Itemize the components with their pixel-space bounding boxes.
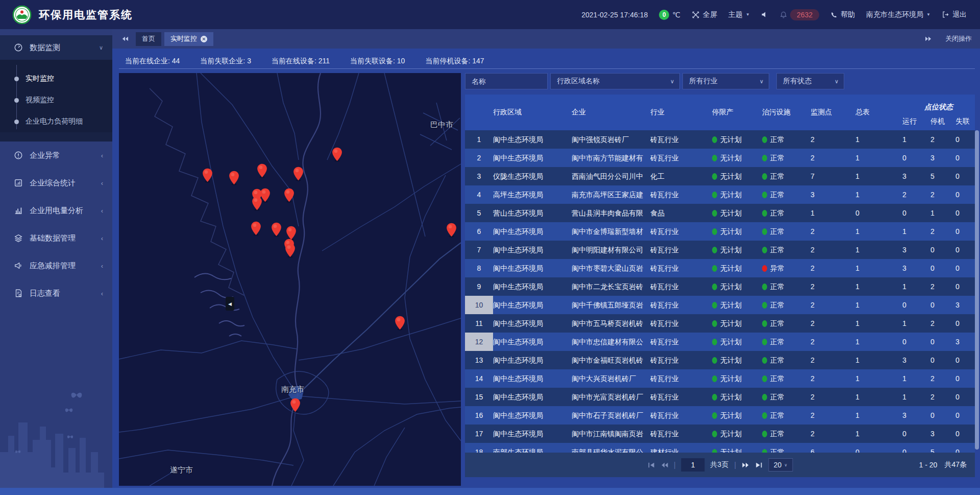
- first-page-button[interactable]: [647, 462, 655, 468]
- cell-total-meters: 1: [855, 314, 902, 333]
- map-panel[interactable]: 巴中市南充市遂宁市: [119, 73, 461, 486]
- map-pin[interactable]: [446, 223, 457, 238]
- close-operations-button[interactable]: 关闭操作: [945, 34, 972, 43]
- cell-total-meters: 1: [855, 425, 902, 443]
- logout-button[interactable]: 退出: [942, 10, 967, 19]
- status-filter-select[interactable]: 所有状态∨: [776, 73, 844, 89]
- sidebar-item-企业异常[interactable]: 企业异常‹: [0, 142, 112, 169]
- map-pin[interactable]: [290, 398, 301, 413]
- map-pin[interactable]: [202, 168, 213, 183]
- industry-filter-select[interactable]: 所有行业∨: [682, 73, 769, 89]
- sidebar-item-数据监测[interactable]: 数据监测∨: [0, 35, 112, 60]
- table-row[interactable]: 13阆中生态环境局阆中市金福旺页岩机砖砖瓦行业无计划正常21300: [465, 351, 975, 369]
- map-pin[interactable]: [285, 243, 296, 258]
- cell-region: 阆中生态环境局: [493, 333, 572, 351]
- map-pin[interactable]: [229, 171, 239, 185]
- cell-total-meters: 1: [855, 388, 902, 406]
- map-pin[interactable]: [252, 196, 262, 211]
- total-pages-label: 共3页: [710, 460, 729, 469]
- table-row[interactable]: 1阆中生态环境局阆中强锐页岩砖厂砖瓦行业无计划正常21120: [465, 130, 975, 149]
- bullet-dot-icon: [14, 120, 19, 124]
- sidebar-item-实时监控[interactable]: 实时监控: [0, 68, 112, 89]
- table-row[interactable]: 4高坪生态环境局南充市高坪区王家店建砖瓦行业无计划正常31220: [465, 185, 975, 204]
- theme-dropdown[interactable]: 主题▼: [728, 10, 750, 19]
- sidebar-item-企业用电量分析[interactable]: 企业用电量分析‹: [0, 197, 112, 224]
- close-icon[interactable]: ✕: [201, 36, 207, 42]
- table-row[interactable]: 18南部生态环境局南部县砚华水泥有限公建材行业无计划正常60050: [465, 443, 975, 453]
- table-row[interactable]: 6阆中生态环境局阆中市金博瑞新型墙材砖瓦行业无计划正常21120: [465, 222, 975, 241]
- gauge-icon: [13, 43, 23, 52]
- table-row[interactable]: 11阆中生态环境局阆中市五马桥页岩机砖砖瓦行业无计划正常21120: [465, 314, 975, 333]
- sidebar-item-企业综合统计[interactable]: 企业综合统计‹: [0, 169, 112, 197]
- cell-facility-status: 正常: [762, 296, 811, 314]
- tab-实时监控[interactable]: 实时监控✕: [164, 32, 213, 46]
- cell-facility-status: 正常: [762, 314, 811, 333]
- table-row[interactable]: 7阆中生态环境局阆中明阳建材有限公司砖瓦行业无计划正常21300: [465, 241, 975, 259]
- cell-facility-status: 正常: [762, 351, 811, 369]
- sidebar-item-应急减排管理[interactable]: 应急减排管理‹: [0, 252, 112, 279]
- cell-industry: 砖瓦行业: [650, 241, 712, 259]
- chevron-down-icon: ▼: [926, 12, 930, 17]
- stat-item: 当前在线企业: 44: [125, 57, 180, 66]
- cell-monitor-points: 2: [811, 425, 855, 443]
- table-row[interactable]: 16阆中生态环境局阆中市石子页岩机砖厂砖瓦行业无计划正常21300: [465, 406, 975, 425]
- cell-company: 阆中市二龙长宝页岩砖: [572, 277, 650, 296]
- org-dropdown[interactable]: 南充市生态环境局▼: [866, 10, 930, 19]
- cell-company: 阆中大兴页岩机砖厂: [572, 369, 650, 388]
- cell-running: 3: [902, 167, 930, 185]
- cell-company: 阆中市五马桥页岩机砖: [572, 314, 650, 333]
- table-row[interactable]: 12阆中生态环境局阆中市忠信建材有限公砖瓦行业无计划正常21003: [465, 333, 975, 351]
- horizontal-scrollbar[interactable]: [0, 488, 980, 495]
- table-row[interactable]: 8阆中生态环境局阆中市枣碧大梁山页岩砖瓦行业无计划异常21300: [465, 259, 975, 277]
- megaphone-icon: [13, 261, 23, 270]
- row-number: 14: [465, 369, 493, 388]
- tabs-scroll-right-button[interactable]: [925, 36, 932, 42]
- map-pin[interactable]: [271, 222, 282, 237]
- cell-production-status: 无计划: [712, 314, 762, 333]
- tab-首页[interactable]: 首页: [136, 32, 161, 46]
- table-row[interactable]: 3仪陇生态环境局西南油气田分公司川中化工无计划正常71350: [465, 167, 975, 185]
- app-window: 环保用电监管系统 2021-02-25 17:46:18 0 ℃ 全屏 主题▼: [0, 0, 980, 495]
- tabs-scroll-left-button[interactable]: [121, 36, 129, 42]
- map-pin[interactable]: [284, 188, 295, 203]
- cell-region: 阆中生态环境局: [493, 149, 572, 167]
- table-row[interactable]: 15阆中生态环境局阆中市光富页岩机砖厂砖瓦行业无计划正常21120: [465, 388, 975, 406]
- page-range-label: 1 - 20: [919, 461, 938, 469]
- fullscreen-button[interactable]: 全屏: [692, 10, 717, 19]
- notification-area[interactable]: 2632: [780, 9, 819, 20]
- table-row[interactable]: 9阆中生态环境局阆中市二龙长宝页岩砖砖瓦行业无计划正常21120: [465, 277, 975, 296]
- vertical-scrollbar[interactable]: [975, 130, 979, 450]
- cell-industry: 砖瓦行业: [650, 333, 712, 351]
- table-row[interactable]: 17阆中生态环境局阆中市江南镇阆南页岩砖瓦行业无计划正常21030: [465, 425, 975, 443]
- page-number-input[interactable]: [681, 458, 705, 472]
- cell-running: 0: [902, 204, 930, 222]
- chevron-left-icon: ‹: [101, 207, 103, 215]
- map-pin[interactable]: [395, 316, 405, 331]
- chevron-left-icon: ‹: [101, 290, 103, 297]
- table-row[interactable]: 10阆中生态环境局阆中千佛镇五郎垭页岩砖瓦行业无计划正常21003: [465, 296, 975, 314]
- cell-total-meters: 1: [855, 333, 902, 351]
- sidebar-item-企业电力负荷明细[interactable]: 企业电力负荷明细: [0, 111, 112, 132]
- sidebar-item-视频监控[interactable]: 视频监控: [0, 89, 112, 111]
- region-filter-select[interactable]: 行政区域名称∨: [550, 73, 680, 89]
- collapse-map-button[interactable]: ◀: [226, 297, 234, 311]
- table-row[interactable]: 2阆中生态环境局阆中市南方节能建材有砖瓦行业无计划正常21030: [465, 149, 975, 167]
- sidebar-item-基础数据管理[interactable]: 基础数据管理‹: [0, 224, 112, 252]
- last-page-button[interactable]: [755, 462, 763, 468]
- table-row[interactable]: 14阆中生态环境局阆中大兴页岩机砖厂砖瓦行业无计划正常21120: [465, 369, 975, 388]
- row-number: 3: [465, 167, 493, 185]
- prev-page-button[interactable]: [660, 462, 668, 468]
- map-pin[interactable]: [332, 147, 342, 162]
- sidebar-item-日志查看[interactable]: 日志查看‹: [0, 279, 112, 307]
- map-pin[interactable]: [293, 167, 304, 181]
- name-filter-input[interactable]: [465, 73, 548, 89]
- map-pin[interactable]: [257, 163, 267, 178]
- mute-button[interactable]: [761, 11, 769, 18]
- map-pin[interactable]: [251, 221, 261, 236]
- help-button[interactable]: 帮助: [830, 10, 855, 19]
- sidebar-group: 应急减排管理‹: [0, 252, 112, 279]
- page-size-select[interactable]: 20∨: [768, 458, 793, 472]
- cell-production-status: 无计划: [712, 425, 762, 443]
- next-page-button[interactable]: [742, 462, 749, 468]
- table-row[interactable]: 5营山生态环境局营山县润丰肉食品有限食品无计划正常10010: [465, 204, 975, 222]
